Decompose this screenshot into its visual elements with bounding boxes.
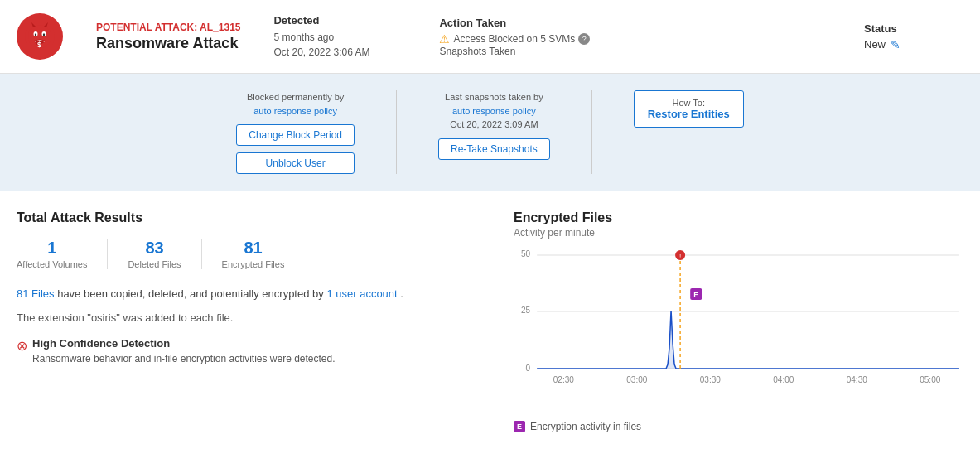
- encrypted-files-count: 81: [244, 239, 262, 258]
- auto-response-link-2[interactable]: auto response policy: [452, 106, 536, 116]
- banner-buttons: Change Block Period Unblock User: [236, 124, 355, 174]
- restore-entities-button[interactable]: Restore Entities: [648, 108, 730, 120]
- svg-text:E: E: [693, 291, 698, 299]
- description-suffix: .: [400, 287, 403, 300]
- svg-text:50: 50: [521, 249, 531, 258]
- encrypted-files-label: Encrypted Files: [222, 259, 285, 269]
- chart-container: 50 25 0 02:30 03:00 03:30 04:00 04:30 05…: [514, 249, 963, 414]
- info-icon[interactable]: ?: [578, 33, 590, 45]
- chart-legend: E Encryption activity in files: [514, 421, 963, 432]
- chart-title: Encrypted Files: [514, 210, 963, 225]
- attack-title: POTENTIAL ATTACK: AL_1315 Ransomware Att…: [96, 22, 240, 52]
- warning-icon: ⚠: [439, 32, 450, 46]
- unblock-user-button[interactable]: Unblock User: [236, 152, 355, 174]
- action-row-1: ⚠ Access Blocked on 5 SVMs ?: [439, 32, 638, 46]
- snapshot-date: Oct 20, 2022 3:09 AM: [450, 119, 538, 129]
- affected-volumes-stat: 1 Affected Volumes: [17, 239, 108, 269]
- svg-text:0: 0: [526, 364, 531, 373]
- chart-subtitle: Activity per minute: [514, 227, 963, 239]
- snapshot-line1: Last snapshots taken by: [445, 92, 543, 102]
- confidence-section: ⊗ High Confidence Detection Ransomware b…: [17, 337, 480, 366]
- stats-row: 1 Affected Volumes 83 Deleted Files 81 E…: [17, 239, 480, 269]
- chart-svg: 50 25 0 02:30 03:00 03:30 04:00 04:30 05…: [514, 249, 963, 414]
- potential-attack-label: POTENTIAL ATTACK: AL_1315: [96, 22, 240, 33]
- affected-volumes-label: Affected Volumes: [17, 259, 87, 269]
- svg-text:!: !: [679, 253, 681, 260]
- action-taken-section: Action Taken ⚠ Access Blocked on 5 SVMs …: [439, 17, 638, 57]
- svg-text:05:00: 05:00: [920, 375, 941, 384]
- retake-snapshots-button[interactable]: Re-Take Snapshots: [438, 138, 550, 160]
- svg-text:04:00: 04:00: [773, 375, 794, 384]
- confidence-title: High Confidence Detection: [32, 337, 336, 350]
- attack-icon: $: [17, 13, 63, 60]
- description: 81 Files have been copied, deleted, and …: [17, 286, 480, 303]
- status-value: New: [864, 38, 886, 51]
- blocked-text: Blocked permanently by auto response pol…: [247, 90, 344, 118]
- detected-section: Detected 5 months ago Oct 20, 2022 3:06 …: [273, 14, 406, 60]
- svg-text:25: 25: [521, 306, 531, 315]
- attack-id: AL_1315: [200, 22, 240, 33]
- right-panel: Encrypted Files Activity per minute 50 2…: [514, 210, 963, 432]
- status-row: New ✎: [864, 38, 963, 51]
- attack-name: Ransomware Attack: [96, 35, 240, 52]
- auto-response-link-1[interactable]: auto response policy: [253, 106, 337, 116]
- extension-note: The extension "osiris" was added to each…: [17, 311, 480, 324]
- affected-volumes-count: 1: [47, 239, 56, 258]
- deleted-files-stat: 83 Deleted Files: [108, 239, 201, 269]
- action-line2: Snapshots Taken: [439, 46, 515, 57]
- description-middle: have been copied, deleted, and potential…: [57, 287, 326, 300]
- how-to-label: How To:: [648, 98, 730, 108]
- svg-point-5: [43, 33, 45, 36]
- deleted-files-label: Deleted Files: [128, 259, 181, 269]
- status-label: Status: [864, 22, 963, 35]
- results-title: Total Attack Results: [17, 210, 480, 225]
- svg-text:03:00: 03:00: [626, 375, 648, 384]
- svg-point-4: [35, 33, 36, 36]
- blocked-line1: Blocked permanently by: [247, 92, 344, 102]
- blocked-section: Blocked permanently by auto response pol…: [236, 90, 355, 174]
- detected-time: 5 months ago Oct 20, 2022 3:06 AM: [273, 30, 406, 60]
- svg-text:$: $: [37, 41, 41, 49]
- action-row-2: Snapshots Taken: [439, 46, 638, 57]
- user-account-link[interactable]: 1 user account: [326, 287, 397, 300]
- detected-label: Detected: [273, 14, 406, 27]
- edit-icon[interactable]: ✎: [891, 38, 900, 51]
- svg-text:04:30: 04:30: [847, 375, 868, 384]
- restore-section: How To: Restore Entities: [634, 90, 744, 128]
- snapshot-section: Last snapshots taken by auto response po…: [438, 90, 550, 160]
- confidence-detail: Ransomware behavior and in-file encrypti…: [32, 351, 336, 366]
- header: $ POTENTIAL ATTACK: AL_1315 Ransomware A…: [0, 0, 980, 74]
- encrypted-files-stat: 81 Encrypted Files: [202, 239, 305, 269]
- left-panel: Total Attack Results 1 Affected Volumes …: [17, 210, 480, 432]
- action-line1: Access Blocked on 5 SVMs: [453, 33, 575, 45]
- svg-text:03:30: 03:30: [700, 375, 722, 384]
- files-link[interactable]: 81 Files: [17, 287, 55, 300]
- potential-attack-text: POTENTIAL ATTACK:: [96, 22, 197, 33]
- banner: Blocked permanently by auto response pol…: [0, 74, 980, 191]
- svg-text:02:30: 02:30: [553, 375, 575, 384]
- action-taken-label: Action Taken: [439, 17, 638, 29]
- banner-divider-2: [591, 90, 592, 174]
- banner-divider-1: [396, 90, 397, 174]
- main-content: Total Attack Results 1 Affected Volumes …: [0, 191, 980, 452]
- snapshot-text: Last snapshots taken by auto response po…: [445, 90, 543, 132]
- confidence-icon: ⊗: [17, 338, 27, 354]
- deleted-files-count: 83: [145, 239, 163, 258]
- status-section: Status New ✎: [864, 22, 963, 51]
- legend-e-icon: E: [514, 421, 525, 432]
- confidence-content: High Confidence Detection Ransomware beh…: [32, 337, 336, 366]
- legend-label: Encryption activity in files: [530, 421, 641, 432]
- change-block-period-button[interactable]: Change Block Period: [236, 124, 355, 146]
